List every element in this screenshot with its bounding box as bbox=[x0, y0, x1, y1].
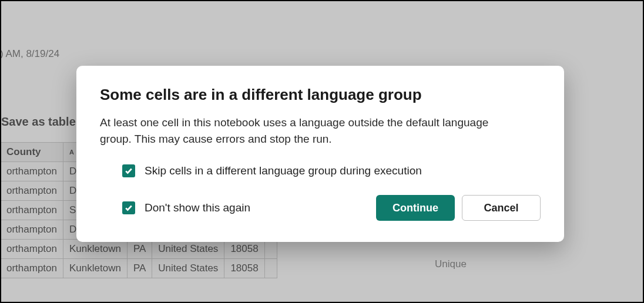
dialog-description: At least one cell in this notebook uses … bbox=[100, 115, 523, 147]
checkmark-icon bbox=[125, 167, 133, 175]
checkmark-icon bbox=[125, 204, 133, 212]
skip-cells-row: Skip cells in a different language group… bbox=[122, 164, 541, 177]
dialog-title: Some cells are in a different language g… bbox=[100, 86, 541, 104]
continue-button[interactable]: Continue bbox=[376, 195, 455, 221]
cancel-button[interactable]: Cancel bbox=[462, 195, 541, 221]
skip-cells-checkbox[interactable] bbox=[122, 164, 135, 177]
dialog-footer: Don't show this again Continue Cancel bbox=[122, 195, 541, 221]
language-group-dialog: Some cells are in a different language g… bbox=[76, 66, 564, 242]
dont-show-again-checkbox[interactable] bbox=[122, 201, 135, 214]
dont-show-again-label: Don't show this again bbox=[145, 201, 250, 214]
skip-cells-label: Skip cells in a different language group… bbox=[145, 164, 422, 177]
